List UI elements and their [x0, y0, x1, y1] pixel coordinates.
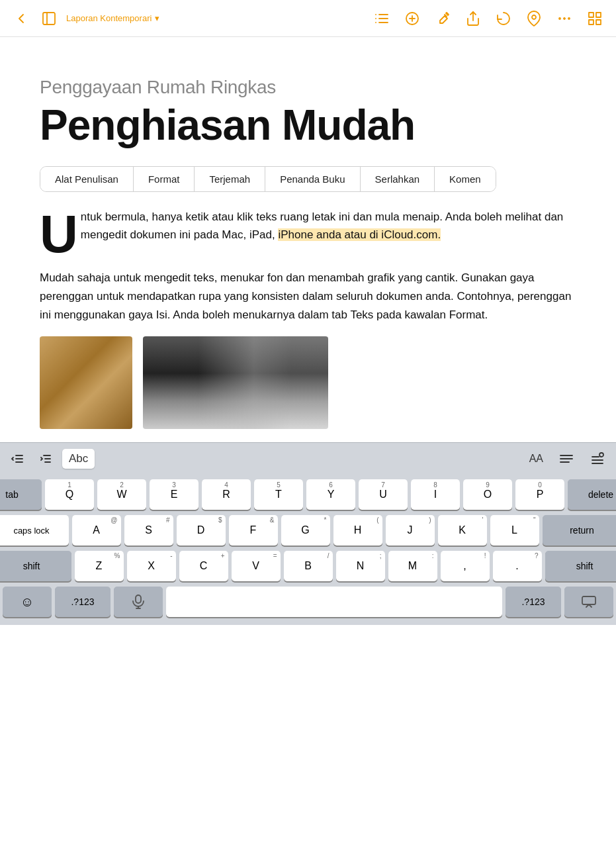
keyboard-dismiss-key[interactable] [564, 587, 613, 617]
space-key[interactable] [166, 587, 502, 617]
key-w[interactable]: 2W [97, 479, 146, 510]
key-j[interactable]: )J [386, 515, 435, 546]
format-icon-button[interactable] [586, 448, 609, 469]
grid-button[interactable] [584, 8, 605, 29]
svg-point-13 [564, 18, 565, 19]
key-l[interactable]: "L [490, 515, 539, 546]
pill-komen[interactable]: Komen [435, 167, 496, 191]
caps-lock-key[interactable]: caps lock [0, 515, 69, 546]
svg-point-12 [532, 15, 536, 19]
paragraph-2: Mudah sahaja untuk mengedit teks, menuka… [40, 269, 576, 324]
svg-rect-36 [582, 596, 595, 604]
keyboard-row-3: shift %Z -X +C =V /B ;N :M !, ?. shift [3, 551, 613, 581]
share-button[interactable] [462, 8, 484, 29]
mic-key[interactable] [114, 587, 163, 617]
image-dark [143, 336, 328, 429]
shift-left-key[interactable]: shift [0, 551, 71, 581]
svg-point-15 [559, 18, 560, 19]
list-button[interactable] [371, 8, 392, 29]
tab-key[interactable]: tab [0, 479, 42, 510]
toolbar-pills: Alat Penulisan Format Terjemah Penanda B… [40, 166, 496, 192]
key-h[interactable]: (H [333, 515, 382, 546]
more-button[interactable] [554, 8, 575, 29]
pill-penanda-buku[interactable]: Penanda Buku [265, 167, 360, 191]
doc-subtitle: Penggayaan Rumah Ringkas [40, 77, 576, 98]
svg-rect-18 [589, 20, 594, 24]
svg-point-29 [599, 453, 603, 457]
key-f[interactable]: &F [229, 515, 278, 546]
abc-button[interactable]: Abc [62, 449, 95, 469]
font-size-button[interactable]: AA [525, 450, 547, 467]
svg-rect-16 [589, 13, 594, 17]
pill-serlahkan[interactable]: Serlahkan [361, 167, 435, 191]
keyboard-row-2: caps lock @A #S $D &F *G (H )J 'K "L ret… [3, 515, 613, 546]
key-t[interactable]: 5T [254, 479, 303, 510]
num1-key[interactable]: .?123 [55, 587, 110, 617]
key-s[interactable]: #S [124, 515, 173, 546]
pill-format[interactable]: Format [134, 167, 195, 191]
key-c[interactable]: +C [179, 551, 228, 581]
key-r[interactable]: 4R [202, 479, 251, 510]
key-b[interactable]: /B [284, 551, 333, 581]
doc-title: Penghiasan Mudah [40, 103, 576, 148]
key-q[interactable]: 1Q [45, 479, 94, 510]
doc-body: U ntuk bermula, hanya ketik atau klik te… [40, 208, 576, 324]
image-wood [40, 336, 132, 429]
top-bar: Laporan Kontemporari ▾ [0, 0, 616, 37]
caps-lock-label: caps lock [13, 526, 49, 536]
key-u[interactable]: 7U [359, 479, 408, 510]
svg-point-14 [568, 18, 570, 19]
svg-rect-19 [596, 20, 601, 24]
key-k[interactable]: 'K [438, 515, 487, 546]
undo-button[interactable] [493, 8, 514, 29]
key-i[interactable]: 8I [411, 479, 460, 510]
add-button[interactable] [402, 8, 423, 29]
list-indent-button[interactable] [34, 449, 57, 469]
svg-rect-17 [596, 13, 601, 17]
paragraph-1: U ntuk bermula, hanya ketik atau klik te… [40, 208, 576, 257]
keyboard-row-1: tab 1Q 2W 3E 4R 5T 6Y 7U 8I 9O 0P delete [3, 479, 613, 510]
key-x[interactable]: -X [127, 551, 176, 581]
key-e[interactable]: 3E [150, 479, 198, 510]
svg-rect-33 [136, 595, 141, 603]
key-m[interactable]: :M [388, 551, 437, 581]
key-comma[interactable]: !, [441, 551, 490, 581]
svg-rect-0 [43, 13, 55, 24]
key-p[interactable]: 0P [515, 479, 564, 510]
pencil-button[interactable] [432, 8, 453, 29]
key-z[interactable]: %Z [75, 551, 124, 581]
paragraph-1-text: ntuk bermula, hanya ketik atau klik teks… [81, 208, 576, 257]
chevron-down-icon: ▾ [155, 13, 159, 23]
num2-key[interactable]: .?123 [506, 587, 561, 617]
key-a[interactable]: @A [72, 515, 121, 546]
keyboard: tab 1Q 2W 3E 4R 5T 6Y 7U 8I 9O 0P delete… [0, 474, 616, 625]
pin-button[interactable] [523, 8, 545, 29]
sidebar-toggle-button[interactable] [38, 8, 60, 29]
tab-key-label: tab [5, 489, 18, 500]
key-y[interactable]: 6Y [306, 479, 355, 510]
emoji-key[interactable]: ☺ [3, 587, 52, 617]
doc-title-text: Laporan Kontemporari [66, 13, 152, 23]
highlighted-text: iPhone anda atau di iCloud.com. [278, 228, 441, 241]
pill-terjemah[interactable]: Terjemah [195, 167, 265, 191]
key-d[interactable]: $D [177, 515, 226, 546]
key-g[interactable]: *G [281, 515, 330, 546]
drop-cap-letter: U [40, 212, 78, 257]
doc-title-button[interactable]: Laporan Kontemporari ▾ [66, 13, 159, 23]
pill-alat-penulisan[interactable]: Alat Penulisan [40, 167, 134, 191]
key-n[interactable]: ;N [336, 551, 385, 581]
document-area: Penggayaan Rumah Ringkas Penghiasan Muda… [0, 37, 616, 442]
keyboard-row-4: ☺ .?123 .?123 [3, 587, 613, 617]
key-v[interactable]: =V [232, 551, 281, 581]
back-button[interactable] [11, 8, 32, 29]
list-outdent-button[interactable] [7, 449, 29, 469]
align-button[interactable] [555, 449, 578, 469]
image-row [40, 336, 576, 429]
return-key[interactable]: return [543, 515, 617, 546]
delete-key[interactable]: delete [568, 479, 616, 510]
key-period[interactable]: ?. [493, 551, 542, 581]
shift-right-key[interactable]: shift [545, 551, 617, 581]
keyboard-toolbar: Abc AA [0, 442, 616, 474]
key-o[interactable]: 9O [463, 479, 512, 510]
